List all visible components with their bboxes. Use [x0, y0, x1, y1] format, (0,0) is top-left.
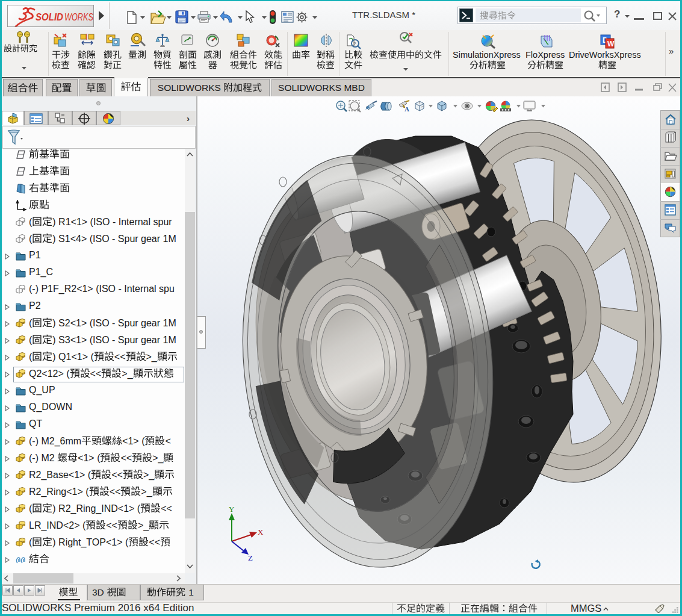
svg-text:Z: Z: [248, 553, 253, 562]
svg-text:A: A: [405, 105, 409, 113]
svg-text:WORKS: WORKS: [64, 11, 93, 23]
svg-text:W: W: [607, 40, 615, 48]
svg-text:?: ?: [353, 41, 356, 46]
svg-text:Y: Y: [229, 505, 235, 514]
svg-text:SOLID: SOLID: [36, 11, 63, 23]
svg-text:X: X: [258, 527, 264, 537]
